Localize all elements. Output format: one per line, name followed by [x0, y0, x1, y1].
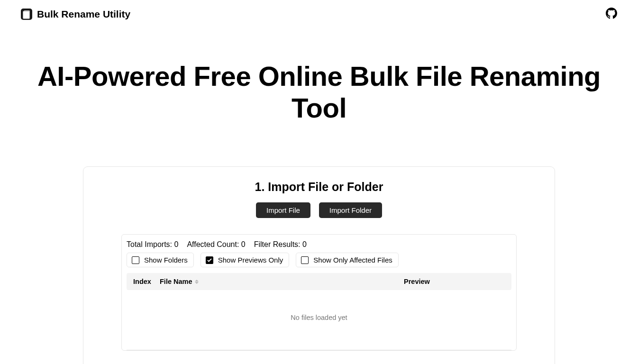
section-1-title: 1. Import File or Folder	[121, 180, 517, 194]
checkbox-icon	[206, 256, 213, 264]
col-filename-header[interactable]: File Name	[160, 278, 261, 285]
col-filename-label: File Name	[160, 278, 192, 285]
brand[interactable]: Bulk Rename Utility	[21, 9, 130, 20]
github-icon	[606, 8, 617, 19]
app-logo-icon	[21, 9, 32, 20]
show-previews-only-toggle[interactable]: Show Previews Only	[201, 253, 290, 267]
show-only-affected-label: Show Only Affected Files	[313, 256, 392, 264]
show-only-affected-toggle[interactable]: Show Only Affected Files	[296, 253, 398, 267]
import-folder-button[interactable]: Import Folder	[319, 202, 382, 218]
checkbox-icon	[132, 256, 139, 264]
col-preview-header[interactable]: Preview	[261, 278, 505, 285]
table-header: Index File Name Preview	[127, 273, 511, 290]
table-footer-divider	[127, 350, 511, 350]
import-buttons: Import File Import Folder	[121, 202, 517, 218]
brand-text: Bulk Rename Utility	[37, 9, 130, 20]
page-title: AI-Powered Free Online Bulk File Renamin…	[16, 61, 622, 124]
show-folders-label: Show Folders	[144, 256, 188, 264]
show-folders-toggle[interactable]: Show Folders	[127, 253, 194, 267]
filter-results-stat: Filter Results: 0	[254, 240, 307, 249]
app-header: Bulk Rename Utility	[0, 0, 638, 28]
col-index-header[interactable]: Index	[133, 278, 160, 285]
affected-count-stat: Affected Count: 0	[187, 240, 245, 249]
show-previews-only-label: Show Previews Only	[218, 256, 283, 264]
stats-row: Total Imports: 0 Affected Count: 0 Filte…	[122, 235, 516, 253]
checkbox-icon	[301, 256, 309, 264]
import-file-button[interactable]: Import File	[256, 202, 310, 218]
sort-icon	[195, 280, 199, 284]
github-link[interactable]	[606, 8, 617, 21]
table-empty-state: No files loaded yet	[122, 290, 516, 350]
main-card: 1. Import File or Folder Import File Imp…	[83, 166, 555, 364]
total-imports-stat: Total Imports: 0	[127, 240, 178, 249]
filter-checkbox-row: Show Folders Show Previews Only Show Onl…	[122, 253, 516, 273]
file-table-container: Total Imports: 0 Affected Count: 0 Filte…	[121, 234, 517, 351]
